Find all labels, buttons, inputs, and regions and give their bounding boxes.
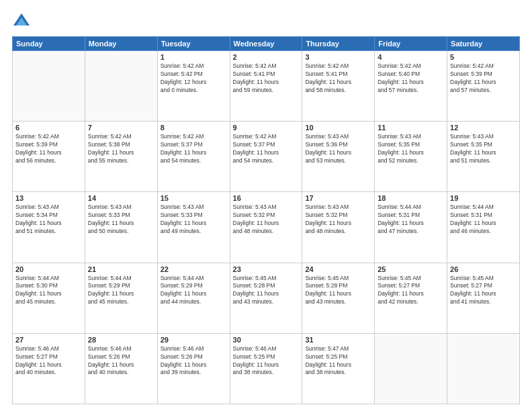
day-cell: 24Sunrise: 5:45 AM Sunset: 5:28 PM Dayli… bbox=[302, 263, 375, 333]
day-cell: 21Sunrise: 5:44 AM Sunset: 5:29 PM Dayli… bbox=[85, 263, 157, 333]
day-number: 23 bbox=[233, 265, 300, 273]
day-cell: 4Sunrise: 5:42 AM Sunset: 5:40 PM Daylig… bbox=[375, 51, 447, 122]
day-number: 1 bbox=[161, 53, 227, 61]
day-number: 13 bbox=[15, 194, 82, 202]
day-info: Sunrise: 5:45 AM Sunset: 5:27 PM Dayligh… bbox=[450, 275, 517, 307]
header-cell-friday: Friday bbox=[375, 37, 447, 51]
day-cell: 6Sunrise: 5:42 AM Sunset: 5:39 PM Daylig… bbox=[13, 122, 85, 192]
day-cell: 9Sunrise: 5:42 AM Sunset: 5:37 PM Daylig… bbox=[230, 122, 302, 192]
day-info: Sunrise: 5:42 AM Sunset: 5:38 PM Dayligh… bbox=[88, 133, 154, 165]
day-number: 27 bbox=[15, 336, 82, 344]
day-number: 24 bbox=[305, 265, 371, 273]
day-cell bbox=[375, 333, 447, 404]
day-number: 5 bbox=[450, 53, 517, 61]
day-number: 15 bbox=[161, 194, 227, 202]
header-cell-wednesday: Wednesday bbox=[230, 37, 302, 51]
logo bbox=[12, 12, 34, 31]
day-info: Sunrise: 5:42 AM Sunset: 5:42 PM Dayligh… bbox=[161, 62, 227, 95]
day-cell: 31Sunrise: 5:47 AM Sunset: 5:25 PM Dayli… bbox=[302, 333, 375, 404]
day-info: Sunrise: 5:44 AM Sunset: 5:31 PM Dayligh… bbox=[378, 203, 444, 236]
day-cell: 7Sunrise: 5:42 AM Sunset: 5:38 PM Daylig… bbox=[85, 122, 157, 192]
day-number: 26 bbox=[450, 265, 517, 273]
day-info: Sunrise: 5:43 AM Sunset: 5:33 PM Dayligh… bbox=[161, 203, 227, 236]
day-info: Sunrise: 5:43 AM Sunset: 5:32 PM Dayligh… bbox=[305, 203, 371, 236]
day-number: 18 bbox=[378, 194, 444, 202]
day-info: Sunrise: 5:42 AM Sunset: 5:41 PM Dayligh… bbox=[305, 62, 371, 95]
day-number: 20 bbox=[15, 265, 82, 273]
day-number: 6 bbox=[15, 124, 82, 132]
day-number: 8 bbox=[161, 124, 227, 132]
day-info: Sunrise: 5:47 AM Sunset: 5:25 PM Dayligh… bbox=[305, 345, 371, 377]
day-info: Sunrise: 5:43 AM Sunset: 5:34 PM Dayligh… bbox=[15, 203, 82, 236]
week-row-2: 6Sunrise: 5:42 AM Sunset: 5:39 PM Daylig… bbox=[13, 122, 520, 192]
header-cell-thursday: Thursday bbox=[302, 37, 375, 51]
day-number: 12 bbox=[450, 124, 517, 132]
day-cell: 10Sunrise: 5:43 AM Sunset: 5:36 PM Dayli… bbox=[302, 122, 375, 192]
header-cell-monday: Monday bbox=[85, 37, 157, 51]
day-cell: 17Sunrise: 5:43 AM Sunset: 5:32 PM Dayli… bbox=[302, 192, 375, 263]
day-cell: 20Sunrise: 5:44 AM Sunset: 5:30 PM Dayli… bbox=[13, 263, 85, 333]
day-info: Sunrise: 5:46 AM Sunset: 5:26 PM Dayligh… bbox=[88, 345, 154, 377]
day-cell bbox=[447, 333, 520, 404]
calendar: SundayMondayTuesdayWednesdayThursdayFrid… bbox=[12, 36, 520, 404]
day-info: Sunrise: 5:44 AM Sunset: 5:29 PM Dayligh… bbox=[161, 275, 227, 307]
day-info: Sunrise: 5:43 AM Sunset: 5:35 PM Dayligh… bbox=[378, 133, 444, 165]
day-info: Sunrise: 5:43 AM Sunset: 5:32 PM Dayligh… bbox=[233, 203, 300, 236]
day-cell: 22Sunrise: 5:44 AM Sunset: 5:29 PM Dayli… bbox=[157, 263, 230, 333]
day-info: Sunrise: 5:45 AM Sunset: 5:28 PM Dayligh… bbox=[305, 275, 371, 307]
day-info: Sunrise: 5:46 AM Sunset: 5:27 PM Dayligh… bbox=[15, 345, 82, 377]
day-cell bbox=[85, 51, 157, 122]
day-cell: 11Sunrise: 5:43 AM Sunset: 5:35 PM Dayli… bbox=[375, 122, 447, 192]
day-number: 3 bbox=[305, 53, 371, 61]
day-cell: 2Sunrise: 5:42 AM Sunset: 5:41 PM Daylig… bbox=[230, 51, 302, 122]
day-number: 31 bbox=[305, 336, 371, 344]
day-number: 4 bbox=[378, 53, 444, 61]
day-info: Sunrise: 5:44 AM Sunset: 5:29 PM Dayligh… bbox=[88, 275, 154, 307]
day-cell: 16Sunrise: 5:43 AM Sunset: 5:32 PM Dayli… bbox=[230, 192, 302, 263]
day-info: Sunrise: 5:42 AM Sunset: 5:40 PM Dayligh… bbox=[378, 62, 444, 95]
day-info: Sunrise: 5:42 AM Sunset: 5:37 PM Dayligh… bbox=[233, 133, 300, 165]
header bbox=[12, 12, 520, 31]
day-number: 28 bbox=[88, 336, 154, 344]
day-info: Sunrise: 5:45 AM Sunset: 5:27 PM Dayligh… bbox=[378, 275, 444, 307]
day-number: 19 bbox=[450, 194, 517, 202]
logo-icon bbox=[12, 12, 31, 31]
day-cell: 1Sunrise: 5:42 AM Sunset: 5:42 PM Daylig… bbox=[157, 51, 230, 122]
day-info: Sunrise: 5:46 AM Sunset: 5:25 PM Dayligh… bbox=[233, 345, 300, 377]
day-number: 17 bbox=[305, 194, 371, 202]
day-number: 7 bbox=[88, 124, 154, 132]
day-info: Sunrise: 5:43 AM Sunset: 5:36 PM Dayligh… bbox=[305, 133, 371, 165]
day-cell: 5Sunrise: 5:42 AM Sunset: 5:39 PM Daylig… bbox=[447, 51, 520, 122]
header-cell-saturday: Saturday bbox=[447, 37, 520, 51]
header-row: SundayMondayTuesdayWednesdayThursdayFrid… bbox=[13, 37, 520, 51]
week-row-3: 13Sunrise: 5:43 AM Sunset: 5:34 PM Dayli… bbox=[13, 192, 520, 263]
day-info: Sunrise: 5:42 AM Sunset: 5:39 PM Dayligh… bbox=[450, 62, 517, 95]
header-cell-sunday: Sunday bbox=[13, 37, 85, 51]
day-cell: 26Sunrise: 5:45 AM Sunset: 5:27 PM Dayli… bbox=[447, 263, 520, 333]
day-cell bbox=[13, 51, 85, 122]
day-cell: 15Sunrise: 5:43 AM Sunset: 5:33 PM Dayli… bbox=[157, 192, 230, 263]
day-cell: 19Sunrise: 5:44 AM Sunset: 5:31 PM Dayli… bbox=[447, 192, 520, 263]
day-cell: 12Sunrise: 5:43 AM Sunset: 5:35 PM Dayli… bbox=[447, 122, 520, 192]
day-number: 22 bbox=[161, 265, 227, 273]
day-cell: 3Sunrise: 5:42 AM Sunset: 5:41 PM Daylig… bbox=[302, 51, 375, 122]
day-info: Sunrise: 5:43 AM Sunset: 5:35 PM Dayligh… bbox=[450, 133, 517, 165]
week-row-4: 20Sunrise: 5:44 AM Sunset: 5:30 PM Dayli… bbox=[13, 263, 520, 333]
day-number: 11 bbox=[378, 124, 444, 132]
day-cell: 27Sunrise: 5:46 AM Sunset: 5:27 PM Dayli… bbox=[13, 333, 85, 404]
day-info: Sunrise: 5:42 AM Sunset: 5:41 PM Dayligh… bbox=[233, 62, 300, 95]
week-row-5: 27Sunrise: 5:46 AM Sunset: 5:27 PM Dayli… bbox=[13, 333, 520, 404]
day-number: 21 bbox=[88, 265, 154, 273]
day-cell: 23Sunrise: 5:45 AM Sunset: 5:28 PM Dayli… bbox=[230, 263, 302, 333]
day-number: 30 bbox=[233, 336, 300, 344]
day-info: Sunrise: 5:46 AM Sunset: 5:26 PM Dayligh… bbox=[161, 345, 227, 377]
day-cell: 14Sunrise: 5:43 AM Sunset: 5:33 PM Dayli… bbox=[85, 192, 157, 263]
day-number: 10 bbox=[305, 124, 371, 132]
day-number: 16 bbox=[233, 194, 300, 202]
week-row-1: 1Sunrise: 5:42 AM Sunset: 5:42 PM Daylig… bbox=[13, 51, 520, 122]
day-cell: 25Sunrise: 5:45 AM Sunset: 5:27 PM Dayli… bbox=[375, 263, 447, 333]
day-info: Sunrise: 5:42 AM Sunset: 5:37 PM Dayligh… bbox=[161, 133, 227, 165]
day-info: Sunrise: 5:44 AM Sunset: 5:30 PM Dayligh… bbox=[15, 275, 82, 307]
day-info: Sunrise: 5:42 AM Sunset: 5:39 PM Dayligh… bbox=[15, 133, 82, 165]
day-number: 14 bbox=[88, 194, 154, 202]
